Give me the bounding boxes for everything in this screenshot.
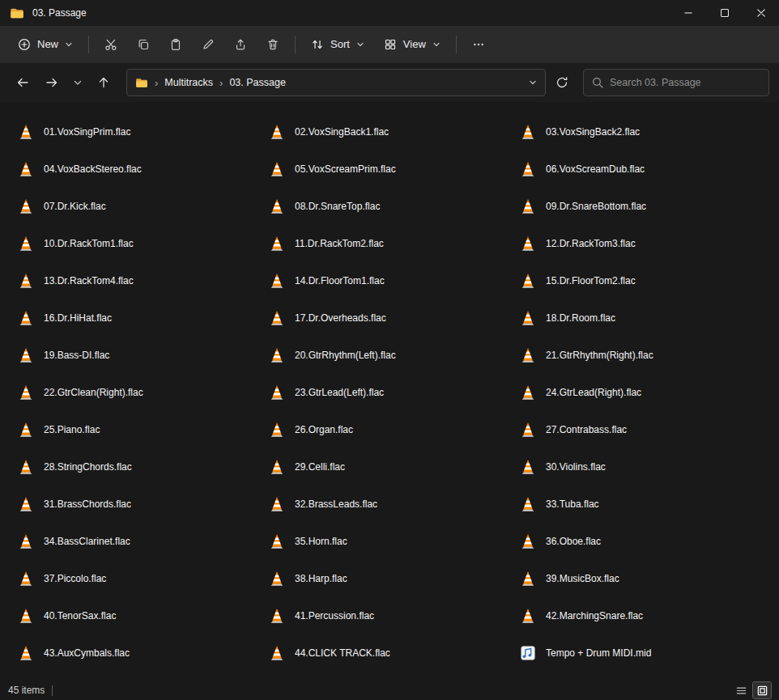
address-bar[interactable]: › Multitracks › 03. Passage [126, 69, 546, 96]
search-box [583, 69, 769, 96]
forward-button[interactable] [39, 70, 65, 95]
file-item[interactable]: 32.BrassLeads.flac [261, 486, 385, 523]
file-item[interactable]: 24.GtrLead(Right).flac [512, 374, 649, 411]
window-title: 03. Passage [32, 7, 87, 19]
file-item[interactable]: 04.VoxBackStereo.flac [10, 151, 150, 188]
file-item[interactable]: 31.BrassChords.flac [10, 486, 139, 523]
file-item[interactable]: 36.Oboe.flac [512, 523, 609, 560]
recent-locations-chevron[interactable] [68, 70, 87, 95]
breadcrumb-item-current[interactable]: 03. Passage [229, 77, 286, 88]
large-icons-view-button[interactable] [753, 682, 771, 698]
file-item[interactable]: 43.AuxCymbals.flac [10, 634, 138, 672]
file-name: 35.Horn.flac [295, 536, 347, 547]
more-options-button[interactable] [462, 30, 495, 59]
file-item[interactable]: 20.GtrRhythm(Left).flac [261, 337, 404, 374]
file-item[interactable]: 28.StringChords.flac [10, 448, 140, 486]
address-dropdown-chevron-icon[interactable] [529, 78, 537, 87]
vlc-cone-icon [16, 569, 36, 588]
maximize-button[interactable] [706, 0, 743, 26]
status-bar: 45 items [0, 681, 779, 700]
up-button[interactable] [91, 70, 117, 95]
file-item[interactable]: 17.Dr.Overheads.flac [261, 299, 394, 337]
file-item[interactable]: 06.VoxScreamDub.flac [512, 151, 653, 188]
breadcrumb-item-multitracks[interactable]: Multitracks [164, 77, 213, 88]
view-toggle-group [732, 682, 771, 698]
file-item[interactable]: 37.Piccolo.flac [10, 560, 114, 597]
vlc-cone-icon [267, 494, 287, 514]
file-item[interactable]: 42.MarchingSnare.flac [512, 597, 651, 634]
vlc-cone-icon [267, 234, 287, 253]
file-item[interactable]: 40.TenorSax.flac [10, 597, 124, 634]
file-item[interactable]: 25.Piano.flac [10, 411, 108, 448]
vlc-cone-icon [518, 308, 538, 328]
file-name: 38.Harp.flac [295, 573, 347, 584]
vlc-cone-icon [518, 532, 538, 551]
command-bar: New [0, 26, 779, 63]
file-item[interactable]: 10.Dr.RackTom1.flac [10, 225, 142, 262]
rename-button[interactable] [192, 30, 224, 59]
file-item[interactable]: 08.Dr.SnareTop.flac [261, 188, 388, 225]
file-item[interactable]: 22.GtrClean(Right).flac [10, 374, 151, 411]
file-item[interactable]: 01.VoxSingPrim.flac [10, 113, 138, 151]
file-item[interactable]: 23.GtrLead(Left).flac [261, 374, 392, 411]
file-item[interactable]: 21.GtrRhythm(Right).flac [512, 337, 662, 374]
file-item[interactable]: 12.Dr.RackTom3.flac [512, 225, 644, 262]
file-item[interactable]: 05.VoxScreamPrim.flac [261, 151, 404, 188]
toolbar-separator [88, 36, 89, 53]
refresh-button[interactable] [549, 70, 575, 95]
back-button[interactable] [10, 70, 36, 95]
file-item[interactable]: 18.Dr.Room.flac [512, 299, 624, 337]
delete-button[interactable] [257, 30, 289, 59]
search-icon [592, 77, 603, 88]
file-item[interactable]: 13.Dr.RackTom4.flac [10, 262, 142, 299]
file-name: 41.Percussion.flac [295, 610, 374, 622]
file-item[interactable]: 11.Dr.RackTom2.flac [261, 225, 392, 262]
file-item[interactable]: 29.Celli.flac [261, 448, 353, 486]
file-item[interactable]: 26.Organ.flac [261, 411, 361, 448]
file-item[interactable]: 30.Violins.flac [512, 448, 614, 486]
vlc-cone-icon [16, 643, 36, 663]
share-button[interactable] [224, 30, 257, 59]
file-item[interactable]: 02.VoxSingBack1.flac [261, 113, 397, 151]
file-item[interactable]: 15.Dr.FloorTom2.flac [512, 262, 644, 299]
file-item[interactable]: 16.Dr.HiHat.flac [10, 299, 120, 337]
file-item[interactable]: 03.VoxSingBack2.flac [512, 113, 648, 151]
file-item[interactable]: 33.Tuba.flac [512, 486, 607, 523]
paste-button[interactable] [160, 30, 192, 59]
close-button[interactable] [743, 0, 779, 26]
chevron-down-icon [65, 40, 73, 49]
file-item[interactable]: 39.MusicBox.flac [512, 560, 628, 597]
file-name: 12.Dr.RackTom3.flac [546, 238, 636, 249]
file-item[interactable]: 41.Percussion.flac [261, 597, 382, 634]
file-item[interactable]: 44.CLICK TRACK.flac [261, 634, 398, 672]
new-button[interactable]: New [8, 30, 83, 59]
file-item[interactable]: 14.Dr.FloorTom1.flac [261, 262, 393, 299]
copy-button[interactable] [127, 30, 160, 59]
vlc-cone-icon [518, 271, 538, 291]
file-item[interactable]: 27.Contrabass.flac [512, 411, 635, 448]
details-view-button[interactable] [732, 682, 750, 698]
breadcrumb-chevron-icon: › [154, 78, 159, 88]
search-input[interactable] [610, 77, 760, 88]
file-item[interactable]: 34.BassClarinet.flac [10, 523, 138, 560]
vlc-cone-icon [16, 197, 36, 216]
view-button[interactable]: View [374, 30, 450, 59]
cut-button[interactable] [95, 30, 127, 59]
breadcrumb-chevron-icon: › [219, 78, 223, 88]
file-item[interactable]: 07.Dr.Kick.flac [10, 188, 114, 225]
sort-button[interactable]: Sort [301, 30, 374, 59]
file-item[interactable]: 35.Horn.flac [261, 523, 355, 560]
file-item[interactable]: 38.Harp.flac [261, 560, 355, 597]
item-count: 45 items [8, 685, 45, 696]
file-name: 01.VoxSingPrim.flac [44, 126, 130, 138]
toolbar-separator [295, 36, 296, 53]
minimize-button[interactable] [670, 0, 706, 26]
vlc-cone-icon [518, 606, 538, 626]
vlc-cone-icon [16, 122, 36, 142]
file-name: Tempo + Drum MIDI.mid [546, 647, 651, 659]
file-name: 31.BrassChords.flac [44, 498, 131, 510]
file-name: 16.Dr.HiHat.flac [44, 312, 112, 324]
file-item[interactable]: 09.Dr.SnareBottom.flac [512, 188, 654, 225]
file-item[interactable]: Tempo + Drum MIDI.mid [512, 634, 659, 672]
file-item[interactable]: 19.Bass-DI.flac [10, 337, 117, 374]
